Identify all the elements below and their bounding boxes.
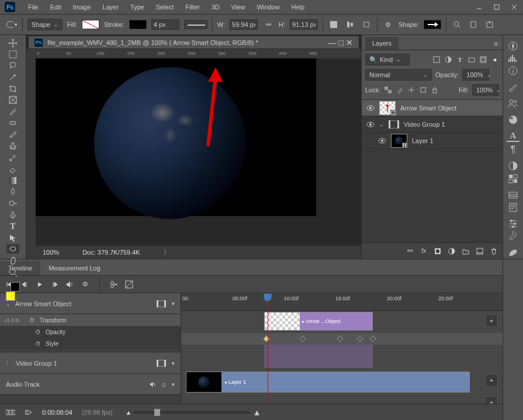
status-chevron-icon[interactable]: 〉 (164, 248, 170, 257)
path-op-1-icon[interactable] (328, 19, 340, 30)
layer-fill-input[interactable]: 100%⌄ (472, 84, 499, 96)
audio-icon[interactable] (150, 381, 157, 388)
keyframe[interactable] (356, 335, 363, 342)
filter-smart-icon[interactable] (479, 55, 487, 64)
marquee-tool-icon[interactable] (6, 50, 19, 58)
hand-tool-icon[interactable] (6, 256, 19, 265)
layer-kind-filter[interactable]: 🔍 Kind⌄ (365, 54, 410, 65)
track-menu-icon[interactable]: ▾ (172, 381, 175, 387)
visibility-toggle-icon[interactable] (378, 137, 386, 145)
histogram-icon[interactable] (507, 54, 519, 63)
stopwatch-icon[interactable]: ⏱ (35, 329, 41, 335)
audio-toggle-icon[interactable] (65, 280, 75, 289)
path-select-tool-icon[interactable] (6, 234, 19, 242)
keyframe[interactable] (299, 335, 306, 342)
search-icon[interactable] (451, 19, 463, 30)
lasso-tool-icon[interactable] (6, 61, 19, 70)
zoom-tool-icon[interactable] (6, 268, 19, 277)
menu-window[interactable]: Window (251, 1, 285, 13)
measurement-tab[interactable]: Measurement Log (40, 261, 109, 275)
slider-handle[interactable] (154, 409, 160, 416)
share-icon[interactable] (484, 19, 496, 30)
healing-tool-icon[interactable] (6, 118, 19, 127)
track-menu-icon[interactable]: ▾ (172, 301, 175, 307)
menu-filter[interactable]: Filter (179, 1, 205, 13)
menu-image[interactable]: Image (67, 1, 97, 13)
pen-tool-icon[interactable] (6, 210, 19, 220)
prop-transform[interactable]: ◁ ◇ ▷ ⏱ Transform (0, 314, 181, 326)
foreground-color-swatch[interactable] (6, 291, 15, 301)
add-clip-button[interactable]: + (485, 374, 498, 387)
canvas-viewport[interactable] (36, 58, 361, 246)
eyedropper-tool-icon[interactable] (6, 106, 19, 116)
link-wh-icon[interactable]: ⚯ (262, 19, 274, 30)
track-audio[interactable]: Audio Track ♫ ▾ (0, 374, 181, 395)
music-icon[interactable]: ♫ (161, 381, 166, 388)
paragraph-icon[interactable]: ¶ (507, 144, 519, 155)
track-arrow[interactable]: ⌄ Arrow Smart Object ▾ (0, 293, 181, 314)
keyframe[interactable] (369, 335, 376, 342)
levels-icon[interactable] (507, 190, 519, 200)
transition-icon[interactable] (124, 280, 134, 289)
lock-artboard-icon[interactable] (419, 86, 427, 94)
lock-pixels-icon[interactable] (396, 86, 404, 94)
track-film-icon[interactable] (157, 360, 166, 367)
link-layers-icon[interactable]: ⚯ (406, 247, 414, 255)
timecode[interactable]: 0:00:08:04 (42, 409, 72, 416)
maximize-button[interactable] (488, 0, 505, 15)
track-menu-icon[interactable]: ▾ (172, 360, 175, 366)
add-clip-button[interactable]: + (485, 314, 498, 327)
close-button[interactable] (505, 0, 523, 15)
shape-preset-select[interactable] (424, 20, 441, 29)
playhead-handle-icon[interactable] (264, 293, 272, 301)
playhead[interactable] (268, 293, 268, 404)
frame-tool-icon[interactable] (6, 96, 19, 104)
timeline-ruler[interactable]: 00 05:00f 10:00f 15:00f 20:00f 25:00f (181, 293, 503, 311)
expand-icon[interactable]: ⌄ (6, 301, 11, 307)
visibility-toggle-icon[interactable] (366, 120, 375, 129)
sphere-icon[interactable] (507, 114, 519, 125)
menu-select[interactable]: Select (150, 1, 180, 13)
menu-view[interactable]: View (226, 1, 251, 13)
lock-all-icon[interactable] (431, 86, 439, 94)
layer-layer1[interactable]: Layer 1 (362, 133, 503, 149)
new-layer-icon[interactable] (476, 247, 484, 255)
filter-adjust-icon[interactable] (444, 55, 452, 64)
compass-icon[interactable] (507, 41, 519, 51)
brush-panel-icon[interactable] (507, 82, 519, 93)
layer-video-group[interactable]: ⌄ Video Group 1 (362, 116, 503, 133)
filter-shape-icon[interactable] (467, 55, 476, 64)
fx-icon[interactable]: fx (420, 247, 428, 255)
filter-toggle-icon[interactable]: ● (491, 55, 499, 64)
brush-tool-icon[interactable] (6, 130, 19, 139)
keyframe[interactable] (337, 335, 343, 342)
next-frame-icon[interactable] (50, 280, 60, 289)
menu-edit[interactable]: Edit (44, 1, 67, 13)
group-icon[interactable] (462, 247, 470, 255)
info-icon[interactable]: i (507, 65, 519, 76)
prev-frame-icon[interactable] (20, 280, 29, 289)
menu-file[interactable]: File (22, 1, 44, 13)
frame-mode-icon[interactable] (6, 409, 15, 416)
doc-close-icon[interactable]: ✕ (346, 38, 353, 47)
expand-chevron-icon[interactable]: ⌄ (379, 122, 384, 127)
play-icon[interactable] (35, 280, 44, 289)
people-icon[interactable] (507, 99, 519, 108)
adj-panel-icon[interactable] (507, 161, 519, 171)
type-tool-icon[interactable]: T (6, 222, 19, 231)
lock-transparent-icon[interactable] (384, 86, 392, 94)
split-clip-icon[interactable] (109, 280, 119, 289)
doc-minimize-icon[interactable]: — (328, 38, 337, 47)
add-clip-button[interactable]: + (485, 396, 498, 404)
width-input[interactable] (230, 19, 258, 30)
doc-size-info[interactable]: Doc: 379.7K/759.4K (82, 249, 140, 256)
gradient-tool-icon[interactable] (6, 176, 19, 185)
visibility-toggle-icon[interactable] (366, 104, 375, 112)
lock-position-icon[interactable] (407, 86, 415, 94)
path-align-icon[interactable] (344, 19, 356, 30)
eraser-tool-icon[interactable] (6, 165, 19, 174)
background-color-swatch[interactable] (11, 282, 20, 291)
timeline-tracks-area[interactable]: 00 05:00f 10:00f 15:00f 20:00f 25:00f ▸A… (181, 293, 503, 404)
document-tab[interactable]: Ps file_example_WMV_480_1_2MB @ 100% ( A… (29, 36, 359, 49)
stroke-style-select[interactable] (184, 20, 207, 29)
